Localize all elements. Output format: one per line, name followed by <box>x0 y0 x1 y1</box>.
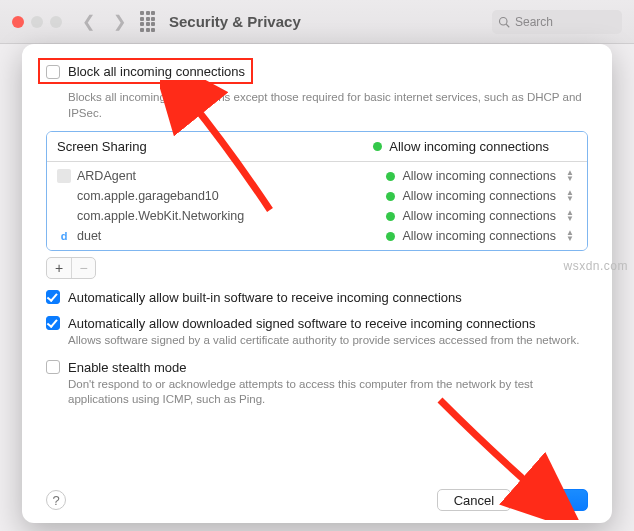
block-all-row[interactable]: Block all incoming connections <box>46 64 245 79</box>
sheet-footer: ? Cancel OK <box>46 489 588 511</box>
block-all-help: Blocks all incoming connections except t… <box>68 90 588 121</box>
toolbar-title: Security & Privacy <box>169 13 301 30</box>
table-row[interactable]: d duet Allow incoming connections ▲▼ <box>47 226 587 246</box>
app-name: duet <box>77 229 101 243</box>
status-popup-arrows-icon[interactable]: ▲▼ <box>563 190 577 202</box>
add-app-button[interactable]: + <box>47 258 71 278</box>
header-status: Allow incoming connections <box>389 139 549 154</box>
close-window-icon[interactable] <box>12 16 24 28</box>
app-firewall-list: Screen Sharing Allow incoming connection… <box>46 131 588 251</box>
show-all-icon[interactable] <box>140 11 155 32</box>
table-row[interactable]: com.apple.garageband10 Allow incoming co… <box>47 186 587 206</box>
minimize-window-icon <box>31 16 43 28</box>
status-dot-icon <box>386 192 395 201</box>
auto-signed-checkbox[interactable] <box>46 316 60 330</box>
help-button[interactable]: ? <box>46 490 66 510</box>
search-placeholder: Search <box>515 15 553 29</box>
app-status: Allow incoming connections <box>402 169 556 183</box>
block-all-label: Block all incoming connections <box>68 64 245 79</box>
table-row[interactable]: com.apple.WebKit.Networking Allow incomi… <box>47 206 587 226</box>
back-button[interactable]: ❮ <box>78 12 99 31</box>
app-icon <box>57 169 71 183</box>
app-status: Allow incoming connections <box>402 209 556 223</box>
add-remove-buttons: + − <box>46 257 96 279</box>
status-popup-arrows-icon[interactable]: ▲▼ <box>563 170 577 182</box>
app-icon: d <box>57 229 71 243</box>
cancel-button[interactable]: Cancel <box>437 489 511 511</box>
annotation-highlight: Block all incoming connections <box>38 58 253 84</box>
app-status: Allow incoming connections <box>402 229 556 243</box>
window-traffic-lights <box>12 16 62 28</box>
stealth-help: Don't respond to or acknowledge attempts… <box>68 377 588 408</box>
app-status: Allow incoming connections <box>402 189 556 203</box>
auto-builtin-checkbox[interactable] <box>46 290 60 304</box>
remove-app-button[interactable]: − <box>71 258 95 278</box>
toolbar-search[interactable]: Search <box>492 10 622 34</box>
auto-builtin-row[interactable]: Automatically allow built-in software to… <box>46 290 588 305</box>
app-name: com.apple.garageband10 <box>77 189 219 203</box>
auto-builtin-label: Automatically allow built-in software to… <box>68 290 462 305</box>
svg-point-0 <box>500 17 508 25</box>
stealth-label: Enable stealth mode <box>68 360 187 375</box>
stealth-checkbox[interactable] <box>46 360 60 374</box>
status-dot-icon <box>386 212 395 221</box>
auto-signed-label: Automatically allow downloaded signed so… <box>68 316 536 331</box>
app-icon <box>57 209 71 223</box>
watermark: wsxdn.com <box>563 259 628 273</box>
status-dot-icon <box>386 172 395 181</box>
zoom-window-icon <box>50 16 62 28</box>
table-row[interactable]: ARDAgent Allow incoming connections ▲▼ <box>47 166 587 186</box>
auto-signed-help: Allows software signed by a valid certif… <box>68 333 588 349</box>
stealth-row[interactable]: Enable stealth mode <box>46 360 588 375</box>
app-list-body: ARDAgent Allow incoming connections ▲▼ c… <box>47 162 587 250</box>
app-name: com.apple.WebKit.Networking <box>77 209 244 223</box>
auto-signed-row[interactable]: Automatically allow downloaded signed so… <box>46 316 588 331</box>
status-popup-arrows-icon[interactable]: ▲▼ <box>563 210 577 222</box>
app-name: ARDAgent <box>77 169 136 183</box>
block-all-checkbox[interactable] <box>46 65 60 79</box>
ok-button[interactable]: OK <box>519 489 588 511</box>
app-icon <box>57 189 71 203</box>
status-dot-icon <box>386 232 395 241</box>
app-list-header: Screen Sharing Allow incoming connection… <box>47 132 587 162</box>
status-popup-arrows-icon[interactable]: ▲▼ <box>563 230 577 242</box>
toolbar: ❮ ❯ Security & Privacy Search <box>0 0 634 44</box>
firewall-options-sheet: Block all incoming connections Blocks al… <box>22 44 612 523</box>
search-icon <box>498 16 510 28</box>
svg-line-1 <box>506 24 509 27</box>
forward-button: ❯ <box>109 12 130 31</box>
header-app-name: Screen Sharing <box>57 139 147 154</box>
status-dot-icon <box>373 142 382 151</box>
